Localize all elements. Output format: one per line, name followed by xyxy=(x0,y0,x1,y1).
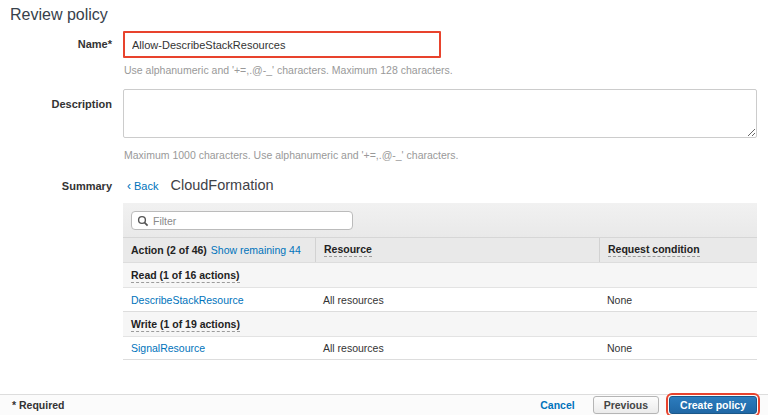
page-title: Review policy xyxy=(10,6,108,24)
policy-description-textarea[interactable] xyxy=(123,89,757,138)
table-row: SignalResource All resources None xyxy=(123,336,757,360)
resource-header-label: Resource xyxy=(324,243,372,257)
column-header-request-condition: Request condition xyxy=(599,238,757,262)
column-header-resource: Resource xyxy=(315,238,599,262)
action-link-describe-stack-resource[interactable]: DescribeStackResource xyxy=(131,294,244,306)
back-link[interactable]: ‹Back xyxy=(127,179,158,193)
resource-cell: All resources xyxy=(315,294,599,306)
resource-cell: All resources xyxy=(315,342,599,354)
back-link-label: Back xyxy=(134,180,158,192)
condition-cell: None xyxy=(599,342,757,354)
name-help-text: Use alphanumeric and '+=,.@-_' character… xyxy=(124,64,453,76)
group-row-read: Read (1 of 16 actions) xyxy=(123,262,757,287)
summary-header-row: Summary ‹Back CloudFormation xyxy=(0,177,274,193)
group-row-write: Write (1 of 19 actions) xyxy=(123,311,757,336)
description-help-text: Maximum 1000 characters. Use alphanumeri… xyxy=(124,149,458,161)
name-label: Name* xyxy=(0,31,112,58)
required-note: * Required xyxy=(12,399,65,411)
previous-button[interactable]: Previous xyxy=(593,396,659,414)
filter-box xyxy=(131,211,353,230)
read-group-label: Read (1 of 16 actions) xyxy=(131,269,240,283)
column-header-action: Action (2 of 46) Show remaining 44 xyxy=(123,238,315,262)
name-field-row: Name* xyxy=(0,31,441,58)
summary-label: Summary xyxy=(0,180,112,192)
create-policy-button[interactable]: Create policy xyxy=(669,396,757,414)
policy-name-input[interactable] xyxy=(123,31,441,58)
description-field-row: Description xyxy=(0,89,757,138)
table-header-row: Action (2 of 46) Show remaining 44 Resou… xyxy=(123,238,757,262)
show-remaining-link[interactable]: Show remaining 44 xyxy=(211,244,301,256)
action-link-signal-resource[interactable]: SignalResource xyxy=(131,342,205,354)
table-row: DescribeStackResource All resources None xyxy=(123,287,757,311)
description-label: Description xyxy=(0,89,112,138)
action-cell: SignalResource xyxy=(123,342,315,354)
request-condition-header-label: Request condition xyxy=(608,243,700,257)
cancel-link[interactable]: Cancel xyxy=(540,399,574,411)
chevron-left-icon: ‹ xyxy=(127,179,131,193)
filter-input[interactable] xyxy=(132,212,352,229)
action-cell: DescribeStackResource xyxy=(123,294,315,306)
filter-bar xyxy=(123,203,757,238)
action-count-label: Action (2 of 46) xyxy=(131,244,207,256)
footer-bar: * Required Cancel Previous Create policy xyxy=(0,394,768,415)
write-group-label: Write (1 of 19 actions) xyxy=(131,318,240,332)
condition-cell: None xyxy=(599,294,757,306)
policy-summary-panel: Action (2 of 46) Show remaining 44 Resou… xyxy=(123,203,757,360)
service-title: CloudFormation xyxy=(170,177,273,193)
